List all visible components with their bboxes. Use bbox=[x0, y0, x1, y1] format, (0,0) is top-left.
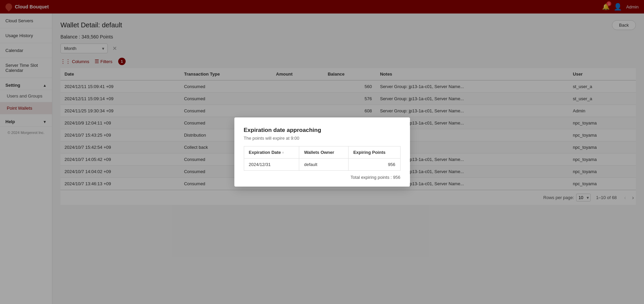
modal-col-expiring-points: Expiring Points bbox=[349, 146, 400, 159]
modal-header-row: Expiration Date ↑ Wallets Owner Expiring… bbox=[244, 146, 400, 159]
modal-cell-wallets-owner: default bbox=[299, 159, 349, 171]
modal-title: Expiration date approaching bbox=[244, 127, 401, 134]
modal-col-wallets-owner: Wallets Owner bbox=[299, 146, 349, 159]
modal-subtitle: The points will expire at 9:00 bbox=[244, 136, 401, 141]
modal-cell-expiration-date: 2024/12/31 bbox=[244, 159, 299, 171]
sort-icon: ↑ bbox=[282, 151, 284, 155]
modal-table: Expiration Date ↑ Wallets Owner Expiring… bbox=[244, 146, 401, 171]
modal-col-expiration-date: Expiration Date ↑ bbox=[244, 146, 299, 159]
modal-table-row: 2024/12/31 default 956 bbox=[244, 159, 400, 171]
expiration-modal: Expiration date approaching The points w… bbox=[234, 117, 410, 187]
modal-table-body: 2024/12/31 default 956 bbox=[244, 159, 400, 171]
total-expiring-points: Total expiring points : 956 bbox=[351, 175, 400, 180]
modal-cell-expiring-points: 956 bbox=[349, 159, 400, 171]
modal-footer: Total expiring points : 956 bbox=[244, 171, 401, 180]
modal-overlay[interactable]: Expiration date approaching The points w… bbox=[0, 0, 644, 304]
